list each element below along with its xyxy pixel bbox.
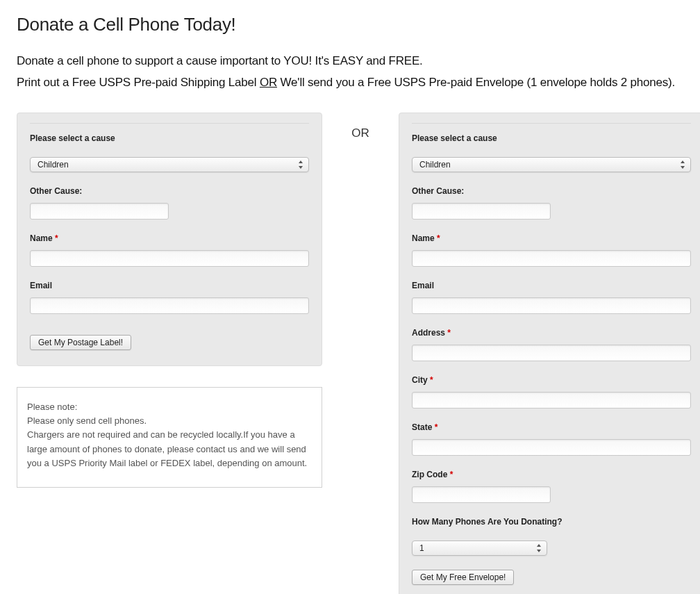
intro-line-2a: Print out a Free USPS Pre-paid Shipping …: [17, 76, 260, 89]
phones-qty-value: 1: [419, 543, 424, 553]
required-asterisk: *: [430, 375, 433, 385]
cause-select-label: Please select a cause: [30, 133, 309, 143]
page-title: Donate a Cell Phone Today!: [17, 14, 683, 35]
other-cause-label: Other Cause:: [30, 186, 309, 196]
note-line-3: Chargers are not required and can be rec…: [27, 428, 312, 470]
name-label: Name *: [30, 233, 309, 243]
city-label: City *: [412, 375, 691, 385]
get-free-envelope-button[interactable]: Get My Free Envelope!: [412, 570, 514, 585]
other-cause-input[interactable]: [30, 203, 169, 220]
name-label-r: Name *: [412, 233, 691, 243]
intro-line-2b: We'll send you a Free USPS Pre-paid Enve…: [277, 76, 675, 89]
cause-select-value: Children: [38, 160, 69, 170]
select-arrows-icon: [679, 160, 686, 170]
cause-select-r[interactable]: Children: [412, 157, 691, 172]
get-postage-label-button[interactable]: Get My Postage Label!: [30, 335, 131, 350]
phones-qty-select[interactable]: 1: [412, 541, 547, 556]
cause-select-label-r: Please select a cause: [412, 133, 691, 143]
or-separator: OR: [336, 126, 385, 140]
cause-select[interactable]: Children: [30, 157, 309, 172]
email-label-r: Email: [412, 281, 691, 290]
required-asterisk: *: [55, 233, 58, 243]
cause-select-value-r: Children: [419, 160, 451, 170]
address-input[interactable]: [412, 345, 691, 361]
email-input-r[interactable]: [412, 297, 691, 314]
select-arrows-icon: [297, 160, 304, 170]
required-asterisk: *: [450, 470, 453, 479]
intro-text: Donate a cell phone to support a cause i…: [17, 51, 683, 93]
address-label: Address *: [412, 328, 691, 338]
required-asterisk: *: [447, 328, 451, 338]
name-input-r[interactable]: [412, 250, 691, 267]
email-input[interactable]: [30, 297, 309, 314]
state-label: State *: [412, 422, 691, 432]
zip-input[interactable]: [412, 486, 551, 503]
select-arrows-icon: [535, 543, 542, 553]
required-asterisk: *: [437, 233, 440, 243]
intro-or-underlined: OR: [260, 76, 277, 89]
other-cause-label-r: Other Cause:: [412, 186, 691, 196]
name-input[interactable]: [30, 250, 309, 267]
email-label: Email: [30, 281, 309, 290]
envelope-form: Please select a cause Children Other Cau…: [399, 113, 700, 594]
required-asterisk: *: [435, 422, 438, 432]
intro-line-1: Donate a cell phone to support a cause i…: [17, 51, 683, 72]
city-input[interactable]: [412, 392, 691, 409]
state-input[interactable]: [412, 439, 691, 456]
zip-label: Zip Code *: [412, 470, 691, 479]
note-line-2: Please only send cell phones.: [27, 414, 312, 428]
phones-qty-label: How Many Phones Are You Donating?: [412, 517, 691, 527]
note-box: Please note: Please only send cell phone…: [17, 387, 322, 488]
note-line-1: Please note:: [27, 400, 312, 414]
other-cause-input-r[interactable]: [412, 203, 551, 220]
intro-line-2: Print out a Free USPS Pre-paid Shipping …: [17, 72, 683, 94]
postage-label-form: Please select a cause Children Other Cau…: [17, 113, 322, 366]
